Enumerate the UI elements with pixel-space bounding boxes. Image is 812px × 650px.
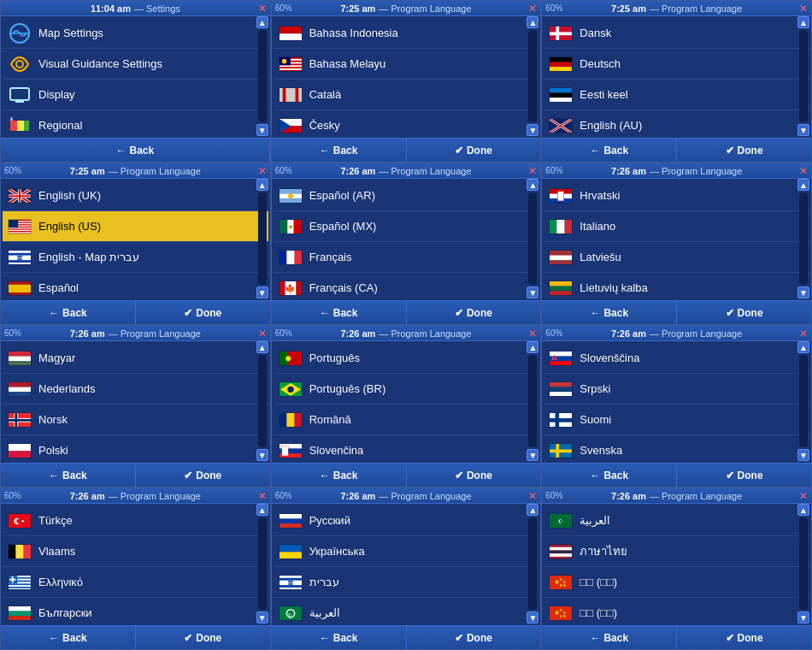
scroll-down[interactable]: ▼ bbox=[256, 449, 268, 461]
list-item[interactable]: Português bbox=[274, 343, 539, 374]
scroll-up[interactable]: ▲ bbox=[797, 504, 809, 516]
scroll-down[interactable]: ▼ bbox=[527, 287, 538, 298]
back-button[interactable]: ←Back bbox=[1, 139, 270, 162]
list-item[interactable]: Visual Guidance Settings bbox=[3, 49, 268, 80]
list-item[interactable]: Display bbox=[3, 80, 268, 110]
back-button[interactable]: ←Back bbox=[542, 301, 677, 324]
list-item[interactable]: Map Settings bbox=[3, 18, 268, 49]
list-item[interactable]: עברית bbox=[274, 567, 539, 598]
list-item[interactable]: Español (AR) bbox=[274, 180, 539, 211]
scroll-up[interactable]: ▲ bbox=[797, 179, 809, 191]
list-item[interactable]: Norsk bbox=[3, 405, 268, 435]
scroll-up[interactable]: ▲ bbox=[797, 341, 809, 353]
list-item[interactable]: ★★★★★□□ (□□) bbox=[544, 598, 809, 625]
list-item[interactable]: ☪العربية bbox=[544, 505, 809, 536]
scroll-down[interactable]: ▼ bbox=[527, 124, 538, 136]
list-item[interactable]: 🍁Français (CA) bbox=[274, 273, 539, 300]
scroll-up[interactable]: ▲ bbox=[256, 179, 268, 191]
list-item[interactable]: Vlaams bbox=[3, 536, 268, 567]
close-button[interactable]: ✕ bbox=[528, 3, 537, 15]
list-item[interactable]: English (US) bbox=[3, 211, 268, 242]
back-button[interactable]: ←Back bbox=[542, 139, 677, 162]
scroll-up[interactable]: ▲ bbox=[256, 504, 268, 516]
scroll-down[interactable]: ▼ bbox=[797, 612, 809, 623]
list-item[interactable]: Français bbox=[274, 242, 539, 273]
list-item[interactable]: Română bbox=[274, 405, 539, 435]
list-item[interactable]: English (UK) bbox=[3, 180, 268, 211]
back-button[interactable]: ←Back bbox=[272, 301, 407, 324]
list-item[interactable]: ☪العربية bbox=[274, 598, 539, 625]
list-item[interactable]: Ελληνικό bbox=[3, 567, 268, 598]
back-button[interactable]: ←Back bbox=[272, 464, 407, 487]
scroll-down[interactable]: ▼ bbox=[256, 287, 268, 298]
close-button[interactable]: ✕ bbox=[258, 328, 267, 340]
list-item[interactable]: Deutsch bbox=[544, 49, 809, 80]
back-button[interactable]: ←Back bbox=[272, 626, 407, 649]
list-item[interactable]: Magyar bbox=[3, 343, 268, 374]
list-item[interactable]: Bahasa Indonesia bbox=[274, 18, 539, 49]
list-item[interactable]: Svenska bbox=[544, 435, 809, 463]
list-item[interactable]: Lietuvių kalba bbox=[544, 273, 809, 300]
scroll-down[interactable]: ▼ bbox=[527, 449, 538, 461]
list-item[interactable]: Português (BR) bbox=[274, 374, 539, 405]
done-button[interactable]: ✔Done bbox=[136, 626, 270, 649]
scroll-up[interactable]: ▲ bbox=[527, 16, 538, 28]
list-item[interactable]: English - Map עברית bbox=[3, 242, 268, 273]
close-button[interactable]: ✕ bbox=[799, 3, 808, 15]
list-item[interactable]: Català bbox=[274, 80, 539, 110]
close-button[interactable]: ✕ bbox=[799, 165, 808, 177]
list-item[interactable]: ★★★★★□□ (□□) bbox=[544, 567, 809, 598]
scroll-up[interactable]: ▲ bbox=[527, 504, 538, 516]
scroll-up[interactable]: ▲ bbox=[527, 341, 538, 353]
list-item[interactable]: Suomi bbox=[544, 405, 809, 435]
done-button[interactable]: ✔Done bbox=[407, 301, 541, 324]
done-button[interactable]: ✔Done bbox=[677, 301, 811, 324]
scroll-down[interactable]: ▼ bbox=[527, 612, 538, 623]
list-item[interactable]: Eesti keel bbox=[544, 80, 809, 110]
scroll-up[interactable]: ▲ bbox=[256, 341, 268, 353]
back-button[interactable]: ←Back bbox=[542, 464, 677, 487]
list-item[interactable]: Srpski bbox=[544, 374, 809, 405]
close-button[interactable]: ✕ bbox=[528, 165, 537, 177]
list-item[interactable]: Polski bbox=[3, 435, 268, 463]
list-item[interactable]: Regional bbox=[3, 110, 268, 138]
close-button[interactable]: ✕ bbox=[528, 328, 537, 340]
close-button[interactable]: ✕ bbox=[258, 490, 267, 502]
scroll-down[interactable]: ▼ bbox=[256, 612, 268, 623]
list-item[interactable]: Dansk bbox=[544, 18, 809, 49]
back-button[interactable]: ←Back bbox=[1, 626, 136, 649]
done-button[interactable]: ✔Done bbox=[677, 626, 811, 649]
done-button[interactable]: ✔Done bbox=[407, 626, 541, 649]
back-button[interactable]: ←Back bbox=[542, 626, 677, 649]
list-item[interactable]: Español (MX) bbox=[274, 211, 539, 242]
scroll-down[interactable]: ▼ bbox=[797, 124, 809, 136]
list-item[interactable]: Italiano bbox=[544, 211, 809, 242]
list-item[interactable]: Español bbox=[3, 273, 268, 300]
list-item[interactable]: Hrvatski bbox=[544, 180, 809, 211]
list-item[interactable]: Slovenščina bbox=[544, 343, 809, 374]
done-button[interactable]: ✔Done bbox=[136, 301, 270, 324]
list-item[interactable]: Türkçe bbox=[3, 505, 268, 536]
done-button[interactable]: ✔Done bbox=[407, 464, 541, 487]
list-item[interactable]: ภาษาไทย bbox=[544, 536, 809, 567]
scroll-up[interactable]: ▲ bbox=[527, 179, 538, 191]
back-button[interactable]: ←Back bbox=[1, 301, 136, 324]
close-button[interactable]: ✕ bbox=[258, 165, 267, 177]
list-item[interactable]: Български bbox=[3, 598, 268, 625]
close-button[interactable]: ✕ bbox=[258, 3, 267, 15]
list-item[interactable]: Česky bbox=[274, 110, 539, 138]
scroll-up[interactable]: ▲ bbox=[797, 16, 809, 28]
list-item[interactable]: Latviešu bbox=[544, 242, 809, 273]
back-button[interactable]: ←Back bbox=[272, 139, 407, 162]
list-item[interactable]: Nederlands bbox=[3, 374, 268, 405]
scroll-up[interactable]: ▲ bbox=[256, 16, 268, 28]
list-item[interactable]: Slovenčina bbox=[274, 435, 539, 463]
scroll-down[interactable]: ▼ bbox=[797, 287, 809, 298]
list-item[interactable]: Русский bbox=[274, 505, 539, 536]
close-button[interactable]: ✕ bbox=[799, 490, 808, 502]
back-button[interactable]: ←Back bbox=[1, 464, 136, 487]
list-item[interactable]: Bahasa Melayu bbox=[274, 49, 539, 80]
done-button[interactable]: ✔Done bbox=[136, 464, 270, 487]
done-button[interactable]: ✔Done bbox=[407, 139, 541, 162]
done-button[interactable]: ✔Done bbox=[677, 464, 811, 487]
